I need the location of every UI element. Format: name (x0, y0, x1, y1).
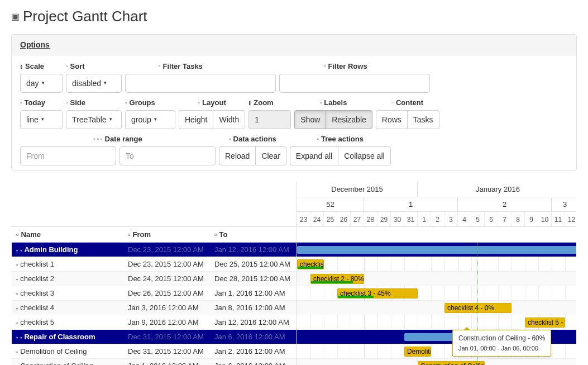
reload-button[interactable]: Reload (219, 146, 255, 165)
row-name: checklist 5 (20, 318, 54, 326)
tooltip-dates: Jan 01, 00:00 - Jan 06, 00:00 (458, 344, 545, 353)
expand-icon[interactable]: ▫ (20, 335, 22, 340)
row-to: Jan 8, 2016 12:00 AM (210, 304, 297, 312)
sort-icon: ▫ (66, 63, 68, 69)
collapse-all-button[interactable]: Collapse all (338, 146, 390, 165)
tree-task-row[interactable]: ▫checklist 4Jan 3, 2016 12:00 AMJan 8, 2… (12, 301, 297, 315)
timeline-day: 12 (565, 212, 576, 227)
caret-down-icon: ▾ (109, 116, 112, 123)
timeline-day: 31 (404, 212, 418, 227)
controls-row-2: ▫Today line▾ ▫Side TreeTable▾ ▫Groups gr… (20, 98, 568, 129)
filter-tasks-input[interactable] (125, 74, 276, 93)
timeline-day: 28 (364, 212, 377, 227)
date-to-input[interactable] (119, 146, 216, 165)
gantt-row[interactable]: checklist 3 - 45% (297, 286, 576, 301)
expand-all-button[interactable]: Expand all (290, 146, 338, 165)
gantt-task-bar[interactable]: checklist 5 - 0% (525, 317, 565, 328)
bullet-icon: ▫ (16, 277, 18, 282)
gantt-row[interactable]: checklist 4 - 0% (297, 301, 576, 315)
filter-rows-input[interactable] (279, 74, 430, 93)
timeline-month: January 2016 (418, 182, 576, 197)
tooltip-title: Construction of Ceiling - 60% (458, 334, 545, 343)
timeline-day: 26 (337, 212, 351, 227)
gantt-body[interactable]: checklist 1 - 100%checklist 2 - 80%check… (297, 243, 576, 365)
bullet-icon: ▫ (16, 349, 18, 355)
gantt-task-bar[interactable]: Construction of Ceiling - 60% (418, 361, 485, 365)
tree-task-row[interactable]: ▫checklist 2Dec 24, 2015 12:00 AMDec 28,… (12, 272, 297, 286)
sort-select[interactable]: disabled▾ (66, 74, 122, 93)
row-to: Dec 28, 2015 12:00 AM (210, 274, 297, 283)
filter-rows-label: Filter Rows (328, 62, 367, 70)
timeline-day: 23 (297, 212, 310, 227)
layout-width-button[interactable]: Width (213, 110, 245, 129)
row-to: Jan 2, 2016 12:00 AM (210, 347, 297, 355)
date-from-input[interactable] (20, 146, 116, 165)
filter-icon: ▫ (159, 63, 161, 69)
scale-icon: ⫿ (20, 63, 23, 69)
row-to: Jan 6, 2016 12:00 AM (210, 362, 297, 365)
column-to-header: To (219, 230, 228, 239)
row-from: Dec 26, 2015 12:00 AM (123, 289, 210, 297)
gantt-task-bar[interactable]: checklist 2 - 80% (310, 274, 364, 284)
gantt-row[interactable]: checklist 1 - 100% (297, 257, 576, 272)
zoom-icon: ⫿ (248, 99, 251, 106)
data-actions-icon: ▫ (229, 136, 231, 142)
row-name: checklist 3 (20, 289, 54, 297)
gantt-row[interactable]: checklist 5 - 0% (297, 315, 576, 330)
row-name: checklist 4 (20, 304, 54, 312)
gantt-task-bar[interactable]: checklist 4 - 0% (444, 303, 511, 313)
scale-label: Scale (25, 62, 44, 70)
tree-task-row[interactable]: ▫checklist 5Jan 9, 2016 12:00 AMJan 12, … (12, 315, 297, 330)
tree-task-row[interactable]: ▫checklist 3Dec 26, 2015 12:00 AMJan 1, … (12, 286, 297, 301)
tree-parent-row[interactable]: ▫▫Admin BuildingDec 23, 2015 12:00 AMJan… (12, 243, 297, 257)
tree-task-row[interactable]: ▫Demolition of CeilingDec 31, 2015 12:00… (12, 344, 297, 359)
timeline-day: 29 (377, 212, 391, 227)
options-toggle[interactable]: Options (20, 40, 50, 49)
content-tasks-button[interactable]: Tasks (407, 110, 439, 129)
column-name-header: Name (21, 230, 41, 239)
labels-show-button[interactable]: Show (294, 110, 326, 129)
timeline-month: December 2015 (297, 182, 418, 197)
timeline-day: 3 (444, 212, 458, 227)
layout-icon: ▫ (198, 99, 200, 106)
row-from: Dec 31, 2015 12:00 AM (123, 347, 210, 355)
tree-task-row[interactable]: ▫checklist 1Dec 23, 2015 12:00 AMDec 25,… (12, 257, 297, 272)
controls-row-3: ▫ ▫ ▫Date range ▫Data actions Reload Cle… (20, 135, 568, 165)
gantt-parent-bar[interactable] (297, 246, 576, 254)
layout-height-button[interactable]: Height (179, 110, 213, 129)
row-name: Demolition of Ceiling (20, 347, 87, 355)
scale-select[interactable]: day▾ (20, 74, 63, 93)
expand-icon[interactable]: ▫ (20, 248, 22, 253)
collapse-icon[interactable]: ▫ (16, 335, 18, 340)
gantt-row[interactable]: Construction of Ceiling - 60% (297, 359, 576, 365)
progress-bar (298, 267, 323, 269)
row-from: Dec 24, 2015 12:00 AM (123, 274, 210, 283)
timeline-day: 4 (458, 212, 471, 227)
gantt-task-bar[interactable]: Demolition of Ceiling - 0% (404, 347, 431, 357)
data-actions-label: Data actions (233, 135, 276, 143)
chart-icon: ▣ (11, 11, 20, 22)
labels-label: Labels (324, 98, 347, 107)
groups-select[interactable]: group▾ (125, 110, 175, 129)
progress-bar (338, 296, 374, 298)
caret-down-icon: ▾ (42, 80, 45, 87)
sort-label: Sort (70, 62, 85, 70)
page-header: ▣ Project Gantt Chart (11, 6, 577, 34)
tree-task-row[interactable]: ▫Construction of CeilingJan 1, 2016 12:0… (12, 359, 297, 365)
gantt-row[interactable] (297, 243, 576, 257)
today-select[interactable]: line▾ (20, 110, 63, 129)
labels-resizable-button[interactable]: Resizable (326, 110, 372, 129)
side-select[interactable]: TreeTable▾ (66, 110, 122, 129)
row-name: Construction of Ceiling (20, 362, 93, 365)
gantt-task-bar[interactable]: checklist 3 - 45% (337, 288, 418, 298)
collapse-icon[interactable]: ▫ (16, 248, 18, 253)
column-from-header: From (133, 230, 151, 239)
gantt-row[interactable]: checklist 2 - 80% (297, 272, 576, 286)
caret-down-icon: ▾ (41, 116, 44, 123)
content-rows-button[interactable]: Rows (376, 110, 407, 129)
gantt-task-bar[interactable]: checklist 1 - 100% (297, 259, 324, 269)
clear-button[interactable]: Clear (255, 146, 286, 165)
tree-parent-row[interactable]: ▫▫Repair of ClassroomDec 31, 2015 12:00 … (12, 330, 297, 344)
timeline-day: 10 (538, 212, 552, 227)
content-label: Content (396, 98, 423, 107)
